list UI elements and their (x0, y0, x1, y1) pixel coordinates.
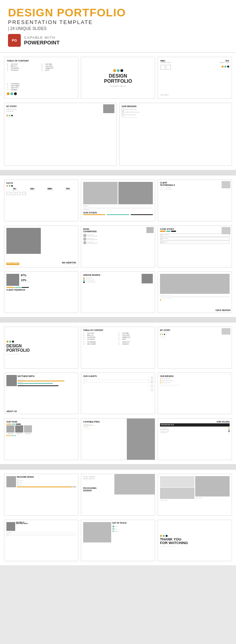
slides-row-6: MATTHEW SMITH GRAPHIC DESIGNER PROFESSIO… (0, 373, 236, 419)
slides-row-4: 87% POSITIVE REVIEW 13% NEGATIVE REVIEW … (0, 271, 236, 317)
slide-testimonials: CLIENTTESTIMONIALS PRODUCT.22 ★★★★☆ PROD… (158, 179, 232, 221)
slide-aboutus: MATTHEW SMITH GRAPHIC DESIGNER PROFESSIO… (4, 373, 78, 415)
slide-clientfeedback: 87% POSITIVE REVIEW 13% NEGATIVE REVIEW … (4, 271, 78, 313)
slide-facts: FACTS 15+GREAT PARTNER 160+EMPLOYMENT 90… (4, 179, 78, 221)
slides-row-2: FACTS 15+GREAT PARTNER 160+EMPLOYMENT 90… (0, 175, 236, 225)
slide-mystory-hero: MY STORY STARTED IN 2023 IN 2020 FEB IN … (4, 103, 117, 166)
hero-slide-toc: TABLE OF CONTENT 01OUR STORY 02ABOUT US … (4, 57, 78, 99)
header: DESIGN PORTFOLIO PRESENTATION TEMPLATE |… (0, 0, 236, 53)
slides-row-5: DESIGNPORTFOLIO PRESENTATION TEMPLATE TA… (0, 323, 236, 373)
slides-row-8: MAGAZINE DESIGN ARTICLES IMAGES FONTS (0, 470, 236, 520)
divider-3 (0, 464, 236, 470)
slide-mystory2: MY STORY STARTED IN 2023 IN 2020 FEB IN … (158, 327, 232, 369)
slide-toc2: TABLE OF CONTENT 01OUR STORY 02ABOUT US … (81, 327, 155, 369)
slide-ourstudio: PROJECT SERVICES OUR STUDIO (81, 179, 155, 221)
slide-ourvalues: OUR VALUES PROFESSIONAL TITLE 01. INTERV… (158, 418, 232, 460)
slide-dreamworks: DREAM WORKS UI/UX DESIGN MAGAZINE DESIGN (81, 271, 155, 313)
slide-ourclients: OUR CLIENTS CLIENT PROJECT DATE ★ ◆ ● ▼ … (81, 373, 155, 415)
dot-teal (10, 92, 13, 95)
slide-portfolio2: DESIGNPORTFOLIO PRESENTATION TEMPLATE (4, 327, 78, 369)
slides-row-9: RESUME OFMATTHEW SMITH EXPERIENCE EDUCAT… (0, 520, 236, 566)
dot-orange (7, 92, 10, 95)
slides-row-3: BRAND OVERVIEW NIA NEWTON GRAPHIC DESIGN… (0, 225, 236, 271)
slide-brand: BRAND OVERVIEW NIA NEWTON GRAPHIC DESIGN… (4, 225, 78, 267)
slide-ourmission-hero: OUR MISSION BRAND CONSULTATION EXTERIOR … (119, 103, 232, 166)
subtitle: PRESENTATION TEMPLATE (8, 19, 228, 25)
slide-ourteam: OUR TEAM JAMES SMITH GRAPHIC DESIGNER MA… (4, 418, 78, 460)
powerpoint-label: POWERPOINT (24, 40, 60, 46)
hero-slide-main: DESIGNPORTFOLIO PRESENTATION TEMPLATE (81, 57, 155, 99)
slide-proftitle: YOUR TITLE HERE AGENT TITLE HERE TYPE TI… (158, 474, 232, 516)
ppt-icon: PG (8, 34, 21, 47)
slide-mission2: OUR MISSION " 01 BRAND CONSULTATION 02 E… (158, 373, 232, 415)
divider-2 (0, 317, 236, 323)
slide-magazine: MAGAZINE DESIGN ARTICLES IMAGES FONTS (4, 474, 78, 516)
slides-row-7: OUR TEAM JAMES SMITH GRAPHIC DESIGNER MA… (0, 418, 236, 464)
slide-thankyou: THANK YOUFOR WATCHING YOUR TITLE HERE | … (158, 520, 232, 562)
slide-casestudy: CASE STUDY CHALLENGE SOLUTION RESULTS (158, 225, 232, 267)
powerpoint-row: PG CAPABLE WITH POWERPOINT (8, 34, 228, 47)
slide-resume: RESUME OFMATTHEW SMITH EXPERIENCE EDUCAT… (4, 520, 78, 562)
capable-label: CAPABLE WITH (24, 36, 60, 40)
hero-slide-stats: 90M+ COMPANY PROFIT 70% MARKET SHARE (158, 57, 232, 99)
slide-packaging: PROJECT PLANNING DESIGN CONCEPTS PACKAGI… (81, 474, 155, 516)
bottom-padding (0, 565, 236, 577)
ppt-labels: CAPABLE WITH POWERPOINT (24, 36, 60, 46)
hero-preview: TABLE OF CONTENT 01OUR STORY 02ABOUT US … (0, 53, 236, 103)
slide-getintouch: GET IN TOUCH ☎ PHONE ✉ EMAIL ⌂ ADDRESS (81, 520, 155, 562)
slide-capabilities: CAPABILITIES A BUSINESS ANDMANAGEMENT YE… (81, 418, 155, 460)
slides-count: | 24 UNIQUE SLIDES (8, 26, 228, 31)
slide-uiux: PROTOTYPING & LAUNCH ANALYSIS & PLANNING… (158, 271, 232, 313)
hero-right-panels: MY STORY STARTED IN 2023 IN 2020 FEB IN … (0, 103, 236, 170)
dot-black (14, 92, 17, 95)
divider-1 (0, 170, 236, 175)
main-title: DESIGN PORTFOLIO (8, 7, 228, 18)
slide-deskchampions: DESKCHAMPIONS MARY SMITHGRAPHIC DESIGNER… (81, 225, 155, 267)
